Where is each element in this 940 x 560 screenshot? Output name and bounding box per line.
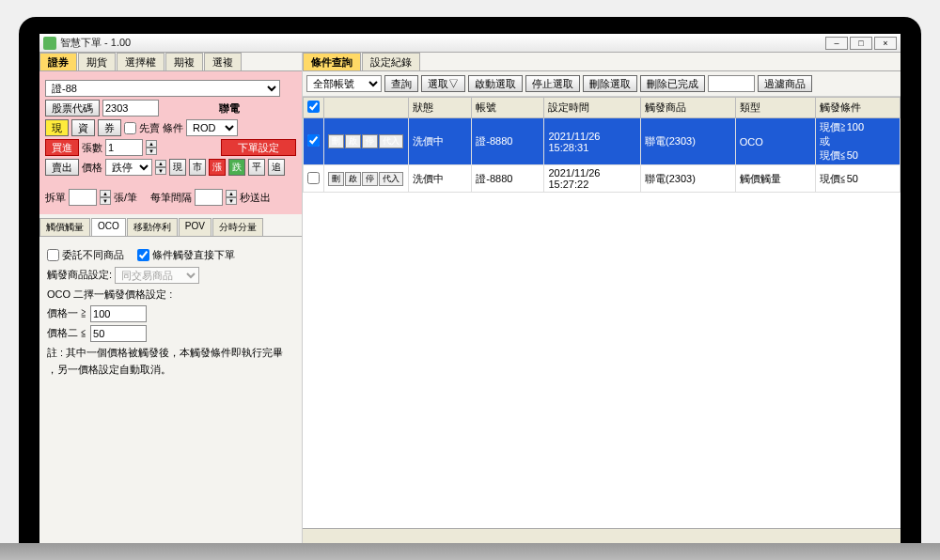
subtab-pov[interactable]: POV bbox=[179, 218, 212, 236]
stop-selected-button[interactable]: 停止選取 bbox=[525, 75, 580, 92]
cell-condition: 現價≦50 bbox=[815, 165, 900, 193]
tab-options-multi[interactable]: 選複 bbox=[204, 53, 242, 70]
price-trace-button[interactable]: 追 bbox=[268, 159, 285, 176]
col-actions bbox=[324, 98, 409, 118]
account-select[interactable]: 證-88 bbox=[45, 80, 280, 97]
minimize-icon[interactable]: – bbox=[825, 37, 848, 50]
cash-button[interactable]: 現 bbox=[45, 119, 69, 136]
delete-selected-button[interactable]: 刪除選取 bbox=[583, 75, 637, 92]
app-icon bbox=[43, 37, 56, 50]
row-checkbox[interactable] bbox=[307, 134, 320, 147]
oco-note2: ，另一價格設定自動取消。 bbox=[47, 362, 294, 379]
row-action-button[interactable]: 代入 bbox=[379, 172, 403, 186]
daytrade-checkbox[interactable] bbox=[124, 122, 136, 134]
col-type: 類型 bbox=[735, 98, 815, 118]
oco-panel: 委託不同商品 條件觸發直接下單 觸發商品設定: 同交易商品 OCO 二擇一觸發價… bbox=[39, 237, 302, 385]
order-panel: 證券 期貨 選擇權 期複 選複 證-88 股票代碼 聯電 bbox=[39, 53, 303, 543]
table-row[interactable]: 刪啟停代入洗價中證-88802021/11/26 15:28:31聯電(2303… bbox=[304, 118, 901, 165]
tab-securities[interactable]: 證券 bbox=[39, 53, 77, 70]
cell-product: 聯電(2303) bbox=[641, 165, 736, 193]
row-checkbox[interactable] bbox=[307, 172, 320, 184]
select-all-button[interactable]: 選取▽ bbox=[421, 75, 465, 92]
stock-code-button[interactable]: 股票代碼 bbox=[45, 100, 100, 117]
price2-label: 價格二 ≦ bbox=[47, 325, 87, 342]
tab-options[interactable]: 選擇權 bbox=[117, 53, 164, 70]
row-action-button[interactable]: 代入 bbox=[379, 134, 403, 148]
row-action-button[interactable]: 刪 bbox=[328, 172, 344, 186]
row-action-button[interactable]: 啟 bbox=[345, 134, 361, 148]
order-form: 證-88 股票代碼 聯電 現 資 券 先賣 條件 ROD bbox=[39, 71, 302, 214]
subtab-twap[interactable]: 分時分量 bbox=[212, 218, 263, 236]
split-spinner[interactable]: ▲▼ bbox=[100, 190, 111, 205]
window-titlebar: 智慧下單 - 1.00 – □ × bbox=[39, 34, 901, 53]
row-action-button[interactable]: 停 bbox=[362, 134, 378, 148]
subtab-trigger[interactable]: 觸價觸量 bbox=[39, 218, 90, 236]
delete-done-button[interactable]: 刪除已完成 bbox=[640, 75, 705, 92]
daytrade-label: 先賣 bbox=[139, 121, 160, 135]
stock-code-input[interactable] bbox=[102, 100, 159, 117]
cell-time: 2021/11/26 15:27:22 bbox=[544, 165, 641, 193]
condition-label: 條件 bbox=[163, 121, 183, 135]
row-action-button[interactable]: 停 bbox=[362, 172, 378, 186]
filter-button[interactable]: 過濾商品 bbox=[758, 75, 812, 92]
interval-spinner[interactable]: ▲▼ bbox=[226, 190, 237, 205]
subtab-trailing[interactable]: 移動停利 bbox=[127, 218, 178, 236]
diff-product-label: 委託不同商品 bbox=[62, 247, 124, 264]
short-button[interactable]: 券 bbox=[98, 119, 121, 136]
price-down-button[interactable]: 跌 bbox=[228, 159, 245, 176]
price-flat-button[interactable]: 平 bbox=[248, 159, 265, 176]
tab-setting-log[interactable]: 設定紀錄 bbox=[362, 53, 420, 70]
condition-select[interactable]: ROD bbox=[186, 119, 238, 136]
filter-input[interactable] bbox=[708, 75, 755, 92]
qty-spinner[interactable]: ▲▼ bbox=[146, 140, 157, 155]
cell-status: 洗價中 bbox=[409, 118, 472, 165]
market-tabs: 證券 期貨 選擇權 期複 選複 bbox=[39, 53, 302, 71]
cell-type: 觸價觸量 bbox=[735, 165, 815, 193]
price2-input[interactable] bbox=[90, 325, 147, 342]
tab-futures-multi[interactable]: 期複 bbox=[165, 53, 203, 70]
price-spinner[interactable]: ▲▼ bbox=[155, 160, 166, 175]
select-all-checkbox[interactable] bbox=[307, 101, 320, 113]
status-bar bbox=[303, 528, 901, 543]
row-action-button[interactable]: 刪 bbox=[328, 134, 344, 148]
col-time: 設定時間 bbox=[544, 98, 641, 118]
price-now-button[interactable]: 現 bbox=[169, 159, 186, 176]
cell-condition: 現價≧100 或 現價≦50 bbox=[815, 118, 900, 165]
margin-button[interactable]: 資 bbox=[71, 119, 95, 136]
cell-product: 聯電(2303) bbox=[641, 118, 736, 165]
account-filter-select[interactable]: 全部帳號 bbox=[306, 75, 382, 92]
price-type-select[interactable]: 跌停 bbox=[105, 159, 152, 176]
split-unit: 張/筆 bbox=[114, 191, 137, 205]
close-icon[interactable]: × bbox=[874, 37, 897, 50]
cell-account: 證-8880 bbox=[472, 118, 544, 165]
price1-label: 價格一 ≧ bbox=[47, 305, 87, 322]
maximize-icon[interactable]: □ bbox=[850, 37, 872, 50]
order-setting-button[interactable]: 下單設定 bbox=[221, 139, 296, 156]
col-product: 觸發商品 bbox=[641, 98, 736, 118]
split-input[interactable] bbox=[69, 189, 97, 206]
row-action-button[interactable]: 啟 bbox=[345, 172, 361, 186]
tab-condition-query[interactable]: 條件查詢 bbox=[303, 53, 361, 70]
interval-input[interactable] bbox=[195, 189, 223, 206]
price1-input[interactable] bbox=[90, 305, 147, 322]
direct-order-label: 條件觸發直接下單 bbox=[152, 247, 235, 264]
sell-button[interactable]: 賣出 bbox=[45, 159, 79, 176]
cell-time: 2021/11/26 15:28:31 bbox=[544, 118, 641, 165]
direct-order-checkbox[interactable] bbox=[137, 249, 149, 261]
qty-input[interactable] bbox=[105, 139, 143, 156]
cell-status: 洗價中 bbox=[409, 165, 472, 193]
price-up-button[interactable]: 漲 bbox=[209, 159, 226, 176]
price-market-button[interactable]: 市 bbox=[189, 159, 206, 176]
query-button[interactable]: 查詢 bbox=[384, 75, 418, 92]
buy-button[interactable]: 買進 bbox=[45, 139, 79, 156]
col-condition: 觸發條件 bbox=[815, 98, 900, 118]
table-row[interactable]: 刪啟停代入洗價中證-88802021/11/26 15:27:22聯電(2303… bbox=[304, 165, 901, 193]
oco-title: OCO 二擇一觸發價格設定 : bbox=[47, 287, 294, 303]
tab-futures[interactable]: 期貨 bbox=[78, 53, 116, 70]
subtab-oco[interactable]: OCO bbox=[91, 218, 126, 236]
condition-grid: 狀態 帳號 設定時間 觸發商品 類型 觸發條件 刪啟停代入洗價中證-888020… bbox=[303, 97, 901, 528]
col-status: 狀態 bbox=[409, 98, 472, 118]
window-title: 智慧下單 - 1.00 bbox=[60, 36, 825, 50]
start-selected-button[interactable]: 啟動選取 bbox=[468, 75, 523, 92]
diff-product-checkbox[interactable] bbox=[47, 249, 59, 261]
